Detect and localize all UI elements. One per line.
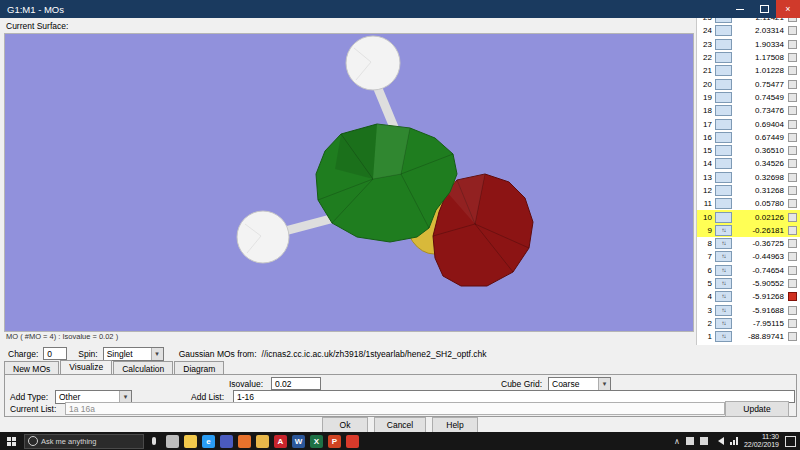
mo-row[interactable]: 130.32698 bbox=[697, 171, 800, 184]
taskbar-search[interactable]: Ask me anything bbox=[24, 434, 144, 449]
mo-row[interactable]: 190.74549 bbox=[697, 91, 800, 104]
tray-icon[interactable] bbox=[700, 437, 708, 445]
mo-occupancy-box[interactable] bbox=[715, 119, 732, 130]
tray-chevron-up-icon[interactable]: ∧ bbox=[674, 437, 680, 446]
mo-row[interactable]: 4↑↓-5.91268 bbox=[697, 290, 800, 303]
mo-visualize-checkbox[interactable] bbox=[788, 226, 797, 235]
mo-row[interactable]: 2↑↓-7.95115 bbox=[697, 317, 800, 330]
mo-occupancy-box[interactable] bbox=[715, 212, 732, 223]
powerpoint-icon[interactable]: P bbox=[328, 435, 341, 448]
mo-row[interactable]: 221.17508 bbox=[697, 51, 800, 64]
mo-visualize-checkbox[interactable] bbox=[788, 159, 797, 168]
mo-visualize-checkbox[interactable] bbox=[788, 279, 797, 288]
mo-row[interactable]: 3↑↓-5.91688 bbox=[697, 304, 800, 317]
mo-visualize-checkbox[interactable] bbox=[788, 332, 797, 341]
spin-select[interactable]: Singlet ▾ bbox=[103, 347, 164, 361]
firefox-icon[interactable] bbox=[238, 435, 251, 448]
mo-row[interactable]: 231.90334 bbox=[697, 38, 800, 51]
mo-visualize-checkbox[interactable] bbox=[788, 199, 797, 208]
notification-center-icon[interactable] bbox=[785, 436, 796, 447]
mo-visualize-checkbox[interactable] bbox=[788, 292, 797, 301]
mo-visualize-checkbox[interactable] bbox=[788, 26, 797, 35]
cube-grid-select[interactable]: Coarse ▾ bbox=[548, 377, 611, 391]
mo-row[interactable]: 160.67449 bbox=[697, 131, 800, 144]
mo-list-panel[interactable]: 252.11421242.03314231.90334221.17508211.… bbox=[696, 18, 800, 345]
mo-occupancy-box[interactable] bbox=[715, 18, 732, 23]
tab-visualize[interactable]: Visualize bbox=[60, 360, 112, 374]
mo-occupancy-box[interactable]: ↑↓ bbox=[715, 305, 732, 316]
charge-input[interactable]: 0 bbox=[43, 347, 67, 360]
mo-row[interactable]: 1↑↓-88.89741 bbox=[697, 330, 800, 343]
mo-visualize-checkbox[interactable] bbox=[788, 106, 797, 115]
tab-calculation[interactable]: Calculation bbox=[113, 361, 173, 375]
volume-icon[interactable] bbox=[714, 437, 724, 445]
mo-row[interactable]: 200.75477 bbox=[697, 77, 800, 90]
excel-icon[interactable]: X bbox=[310, 435, 323, 448]
file-explorer-icon[interactable] bbox=[184, 435, 197, 448]
mo-occupancy-box[interactable]: ↑↓ bbox=[715, 251, 732, 262]
help-button[interactable]: Help bbox=[432, 417, 478, 433]
cancel-button[interactable]: Cancel bbox=[374, 417, 426, 433]
mo-visualize-checkbox[interactable] bbox=[788, 213, 797, 222]
mo-visualize-checkbox[interactable] bbox=[788, 306, 797, 315]
mo-occupancy-box[interactable] bbox=[715, 79, 732, 90]
mo-row[interactable]: 5↑↓-5.90552 bbox=[697, 277, 800, 290]
mo-occupancy-box[interactable] bbox=[715, 65, 732, 76]
mo-occupancy-box[interactable] bbox=[715, 198, 732, 209]
mo-occupancy-box[interactable]: ↑↓ bbox=[715, 318, 732, 329]
acrobat-icon[interactable]: A bbox=[274, 435, 287, 448]
taskbar-clock[interactable]: 11:30 22/02/2019 bbox=[744, 433, 779, 449]
molecule-viewport[interactable] bbox=[4, 33, 694, 332]
mo-visualize-checkbox[interactable] bbox=[788, 266, 797, 275]
mo-row[interactable]: 170.69404 bbox=[697, 117, 800, 130]
mo-row[interactable]: 150.36510 bbox=[697, 144, 800, 157]
mo-row[interactable]: 180.73476 bbox=[697, 104, 800, 117]
mo-visualize-checkbox[interactable] bbox=[788, 120, 797, 129]
mo-occupancy-box[interactable] bbox=[715, 185, 732, 196]
mo-row[interactable]: 211.01228 bbox=[697, 64, 800, 77]
mo-occupancy-box[interactable]: ↑↓ bbox=[715, 291, 732, 302]
mo-visualize-checkbox[interactable] bbox=[788, 186, 797, 195]
edge-icon[interactable]: e bbox=[202, 435, 215, 448]
mo-occupancy-box[interactable] bbox=[715, 145, 732, 156]
mo-row[interactable]: 110.05780 bbox=[697, 197, 800, 210]
mo-visualize-checkbox[interactable] bbox=[788, 239, 797, 248]
mo-occupancy-box[interactable] bbox=[715, 39, 732, 50]
mo-visualize-checkbox[interactable] bbox=[788, 53, 797, 62]
mo-occupancy-box[interactable] bbox=[715, 132, 732, 143]
task-view-icon[interactable] bbox=[166, 435, 179, 448]
mo-occupancy-box[interactable]: ↑↓ bbox=[715, 331, 732, 342]
mo-visualize-checkbox[interactable] bbox=[788, 40, 797, 49]
mo-visualize-checkbox[interactable] bbox=[788, 319, 797, 328]
mo-visualize-checkbox[interactable] bbox=[788, 80, 797, 89]
mo-visualize-checkbox[interactable] bbox=[788, 66, 797, 75]
mo-occupancy-box[interactable] bbox=[715, 25, 732, 36]
update-button[interactable]: Update bbox=[725, 401, 789, 417]
mo-visualize-checkbox[interactable] bbox=[788, 93, 797, 102]
hydrogen-atom-left[interactable] bbox=[237, 211, 289, 263]
mo-occupancy-box[interactable] bbox=[715, 158, 732, 169]
mo-visualize-checkbox[interactable] bbox=[788, 252, 797, 261]
mo-row[interactable]: 8↑↓-0.36725 bbox=[697, 237, 800, 250]
mo-occupancy-box[interactable]: ↑↓ bbox=[715, 238, 732, 249]
mo-occupancy-box[interactable] bbox=[715, 92, 732, 103]
mo-visualize-checkbox[interactable] bbox=[788, 173, 797, 182]
close-button[interactable]: × bbox=[776, 0, 800, 18]
isovalue-input[interactable]: 0.02 bbox=[271, 377, 321, 390]
microphone-icon[interactable] bbox=[152, 437, 156, 445]
mo-row[interactable]: 140.34526 bbox=[697, 157, 800, 170]
maximize-button[interactable] bbox=[752, 0, 776, 18]
start-button[interactable] bbox=[0, 432, 22, 450]
mo-row[interactable]: 6↑↓-0.74654 bbox=[697, 264, 800, 277]
mo-occupancy-box[interactable] bbox=[715, 172, 732, 183]
tab-diagram[interactable]: Diagram bbox=[174, 361, 224, 375]
mo-visualize-checkbox[interactable] bbox=[788, 18, 797, 22]
mo-occupancy-box[interactable]: ↑↓ bbox=[715, 225, 732, 236]
minimize-button[interactable] bbox=[728, 0, 752, 18]
tab-new-mos[interactable]: New MOs bbox=[4, 361, 59, 375]
photos-icon[interactable] bbox=[220, 435, 233, 448]
mo-occupancy-box[interactable]: ↑↓ bbox=[715, 265, 732, 276]
ok-button[interactable]: Ok bbox=[322, 417, 368, 433]
mo-row[interactable]: 242.03314 bbox=[697, 24, 800, 37]
chrome-icon[interactable] bbox=[346, 435, 359, 448]
